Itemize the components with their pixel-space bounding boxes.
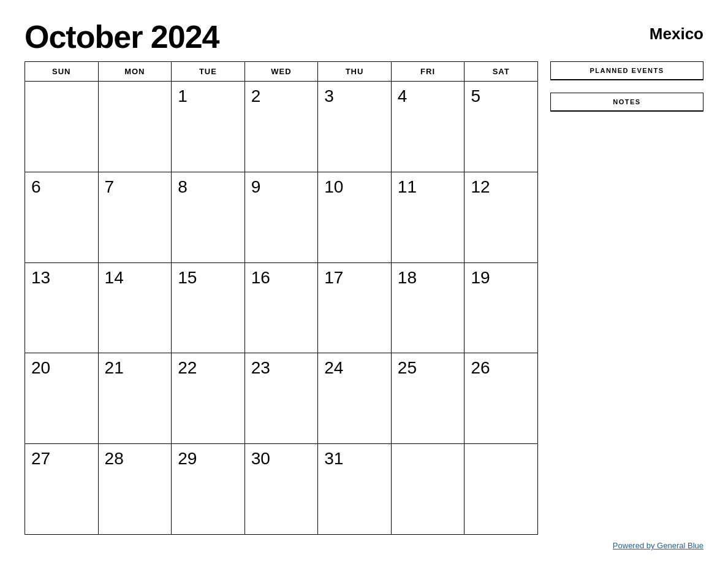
calendar-day: 2 bbox=[245, 82, 318, 172]
notes-box: NOTES bbox=[550, 93, 703, 112]
calendar-week-row: 2728293031 bbox=[25, 444, 538, 535]
calendar-day: 3 bbox=[318, 82, 392, 172]
days-of-week-row: SUN MON TUE WED THU FRI SAT bbox=[25, 62, 538, 82]
calendar-day: 9 bbox=[245, 172, 318, 262]
page: October 2024 Mexico SUN MON TUE WED THU … bbox=[0, 0, 728, 563]
country-title: Mexico bbox=[650, 25, 703, 44]
footer: Powered by General Blue bbox=[25, 535, 703, 551]
calendar-week-row: 13141516171819 bbox=[25, 262, 538, 353]
planned-events-header: PLANNED EVENTS bbox=[551, 62, 703, 80]
calendar-day: 24 bbox=[318, 353, 392, 444]
calendar-section: SUN MON TUE WED THU FRI SAT 123456789101… bbox=[25, 61, 538, 535]
calendar-body: 1234567891011121314151617181920212223242… bbox=[25, 82, 538, 535]
calendar-day: 4 bbox=[391, 82, 464, 172]
calendar-day: 8 bbox=[172, 172, 245, 262]
calendar-day: 5 bbox=[464, 82, 538, 172]
day-fri: FRI bbox=[391, 62, 464, 82]
day-wed: WED bbox=[245, 62, 318, 82]
calendar-day: 12 bbox=[464, 172, 538, 262]
main-content: SUN MON TUE WED THU FRI SAT 123456789101… bbox=[25, 61, 703, 535]
calendar-day: 20 bbox=[25, 353, 99, 444]
day-sat: SAT bbox=[464, 62, 538, 82]
powered-by-link[interactable]: Powered by General Blue bbox=[613, 541, 703, 550]
calendar-day: 15 bbox=[172, 262, 245, 353]
calendar-day: 7 bbox=[98, 172, 172, 262]
calendar-day bbox=[464, 444, 538, 535]
day-thu: THU bbox=[318, 62, 392, 82]
calendar-day: 14 bbox=[98, 262, 172, 353]
day-sun: SUN bbox=[25, 62, 99, 82]
calendar-week-row: 12345 bbox=[25, 82, 538, 172]
calendar-day: 31 bbox=[318, 444, 392, 535]
calendar-table: SUN MON TUE WED THU FRI SAT 123456789101… bbox=[25, 61, 538, 535]
day-mon: MON bbox=[98, 62, 172, 82]
calendar-day: 28 bbox=[98, 444, 172, 535]
header: October 2024 Mexico bbox=[25, 18, 703, 55]
calendar-week-row: 20212223242526 bbox=[25, 353, 538, 444]
planned-events-box: PLANNED EVENTS bbox=[550, 61, 703, 80]
calendar-day: 16 bbox=[245, 262, 318, 353]
calendar-day: 1 bbox=[172, 82, 245, 172]
side-section: PLANNED EVENTS NOTES bbox=[550, 61, 703, 535]
calendar-day: 25 bbox=[391, 353, 464, 444]
calendar-day: 10 bbox=[318, 172, 392, 262]
calendar-day: 19 bbox=[464, 262, 538, 353]
calendar-day: 18 bbox=[391, 262, 464, 353]
day-tue: TUE bbox=[172, 62, 245, 82]
month-title: October 2024 bbox=[25, 18, 219, 55]
calendar-day bbox=[98, 82, 172, 172]
calendar-day: 6 bbox=[25, 172, 99, 262]
calendar-day: 17 bbox=[318, 262, 392, 353]
calendar-day: 27 bbox=[25, 444, 99, 535]
calendar-day: 11 bbox=[391, 172, 464, 262]
calendar-day: 26 bbox=[464, 353, 538, 444]
calendar-day bbox=[391, 444, 464, 535]
calendar-week-row: 6789101112 bbox=[25, 172, 538, 262]
calendar-day: 30 bbox=[245, 444, 318, 535]
calendar-header: SUN MON TUE WED THU FRI SAT bbox=[25, 62, 538, 82]
calendar-day: 23 bbox=[245, 353, 318, 444]
calendar-day: 29 bbox=[172, 444, 245, 535]
calendar-day: 22 bbox=[172, 353, 245, 444]
calendar-day bbox=[25, 82, 99, 172]
notes-header: NOTES bbox=[551, 93, 703, 111]
calendar-day: 13 bbox=[25, 262, 99, 353]
calendar-day: 21 bbox=[98, 353, 172, 444]
